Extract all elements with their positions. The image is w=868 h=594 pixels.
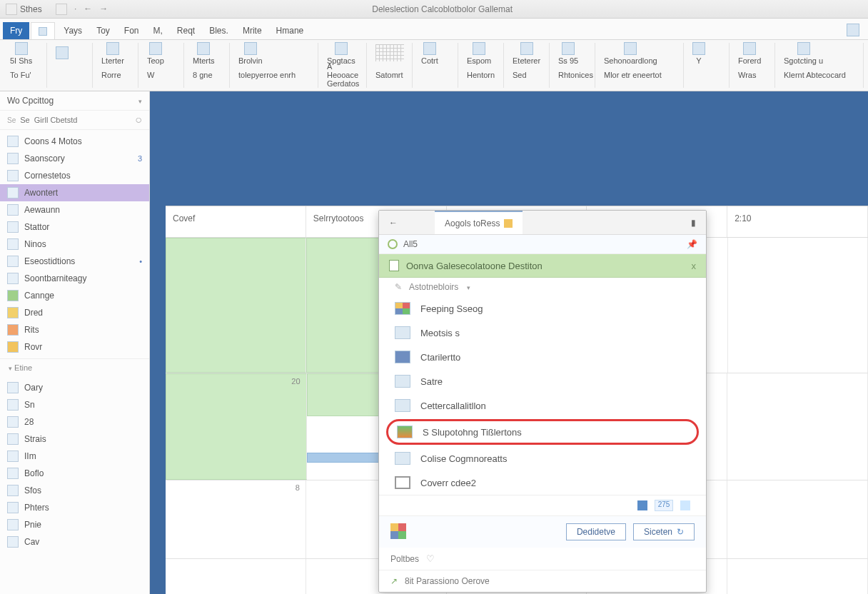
popup-tab-active[interactable]: Aogols toRess — [435, 211, 523, 234]
sidebar-item-Pnie[interactable]: Pnie — [0, 516, 149, 533]
sidebar-item-Cannge[interactable]: Cannge — [0, 287, 149, 304]
sidebar-item-Sfos[interactable]: Sfos — [0, 482, 149, 499]
sidebar-item-IIm[interactable]: IIm — [0, 448, 149, 465]
ribbon-tab-7[interactable]: Hmane — [269, 22, 311, 39]
popup-highlighted-item[interactable]: S Slupotohng Tißlertons — [386, 419, 699, 445]
event-label[interactable] — [311, 563, 316, 566]
sidebar-item-Strais[interactable]: Strais — [0, 431, 149, 448]
quick-btn-1[interactable] — [6, 4, 17, 15]
item-icon — [7, 416, 19, 428]
calendar-cell[interactable] — [166, 238, 306, 373]
sidebar-item-Coons  4 Motos[interactable]: Coons 4 Motos — [0, 133, 149, 150]
popup-item[interactable]: Coverr cdee2 — [379, 470, 706, 495]
ribbon-button[interactable] — [56, 46, 69, 61]
popup-item[interactable]: Cettercallalitllon — [379, 393, 706, 418]
calendar-cell[interactable] — [727, 480, 868, 558]
calendar-cell[interactable]: 20 — [166, 373, 307, 480]
calendar-cell[interactable] — [727, 373, 868, 480]
sidebar-item-Awontert[interactable]: Awontert — [0, 184, 149, 201]
calendar-cell[interactable]: 8 — [166, 480, 306, 558]
ribbon-button[interactable]: Ss 95 — [558, 42, 578, 65]
event-label[interactable] — [171, 472, 176, 475]
popup-item[interactable]: Meotsis s — [379, 321, 706, 345]
calendar-cell[interactable] — [166, 559, 306, 594]
ribbon-icon — [375, 44, 404, 61]
popup-tab-extra[interactable]: ▮ — [681, 211, 706, 234]
sidebar-item-Rovr[interactable]: Rovr — [0, 338, 149, 356]
calendar-cell[interactable] — [728, 238, 868, 373]
sidebar-item-28[interactable]: 28 — [0, 413, 149, 431]
close-icon[interactable]: x — [692, 261, 697, 271]
popup-secondary-button[interactable]: Siceten↻ — [633, 523, 695, 540]
sidebar-search[interactable]: Se ○ — [0, 111, 149, 130]
file-tab[interactable]: Fry — [3, 22, 29, 39]
search-circle-icon[interactable]: ○ — [135, 114, 142, 126]
ribbon-tab-active[interactable] — [31, 22, 55, 39]
sidebar-item-Soontbarniteagy[interactable]: Soontbarniteagy — [0, 270, 149, 287]
popup-item[interactable]: Satre — [379, 369, 706, 393]
sidebar-item-Aewaunn[interactable]: Aewaunn — [0, 201, 149, 218]
nav-square-icon[interactable] — [56, 4, 67, 15]
item-icon — [7, 468, 19, 479]
ribbon-button[interactable]: Mterts — [193, 42, 215, 65]
sidebar-item-Dred[interactable]: Dred — [0, 304, 149, 321]
calendar-header-cell[interactable]: 2:10 — [727, 206, 868, 237]
ribbon-button[interactable]: Espom — [467, 42, 491, 65]
pin-icon[interactable]: 📌 — [687, 239, 697, 249]
popup-item[interactable]: Ctarilertto — [379, 345, 706, 369]
ribbon-tab-5[interactable]: Bles. — [202, 22, 236, 39]
ribbon-button[interactable] — [375, 44, 404, 63]
sidebar-item-Eseostidtions[interactable]: Eseostidtions• — [0, 253, 149, 270]
ribbon-tab-2[interactable]: Fon — [117, 22, 146, 39]
sidebar-item-Phters[interactable]: Phters — [0, 499, 149, 516]
popup-tab-back[interactable]: ← — [379, 211, 408, 234]
ribbon-tab-4[interactable]: Reqt — [170, 22, 202, 39]
sidebar-item-Oary[interactable]: Oary — [0, 379, 149, 396]
popup-green-header[interactable]: Oonva Galesecolatoone Destiton x — [379, 254, 706, 278]
ribbon-right-icon[interactable] — [847, 24, 859, 36]
ribbon-button[interactable]: Eteterer — [513, 42, 540, 65]
sidebar-item-Cav[interactable]: Cav — [0, 533, 149, 550]
calendar-cell[interactable] — [727, 559, 868, 594]
back-arrow-icon: ← — [389, 218, 398, 228]
event-label[interactable] — [311, 485, 316, 488]
ribbon-tab-0[interactable]: Yays — [56, 22, 89, 39]
color-grid-icon[interactable] — [390, 523, 406, 539]
popup-section-1[interactable]: ✎ Astotnebloirs — [379, 278, 706, 296]
calendar-header-cell[interactable]: Covef — [166, 206, 306, 237]
ribbon-label-bottom: Rhtonices — [558, 71, 593, 79]
sidebar-item-Sn[interactable]: Sn — [0, 396, 149, 413]
ribbon-tab-6[interactable]: Mrite — [236, 22, 269, 39]
popup-tab-blank[interactable] — [408, 211, 435, 234]
popup-item[interactable]: Feeping Sseog — [379, 296, 706, 321]
heart-icon[interactable]: ♡ — [426, 553, 435, 564]
ribbon-tab-1[interactable]: Toy — [89, 22, 117, 39]
sidebar-search-input[interactable] — [20, 116, 131, 124]
sidebar-item-Boflo[interactable]: Boflo — [0, 465, 149, 482]
ribbon-button[interactable]: Brolvin — [238, 42, 263, 65]
sidebar-item-Ninos[interactable]: Ninos — [0, 236, 149, 253]
ribbon-icon — [562, 42, 575, 55]
ribbon-button[interactable]: Lterter — [101, 42, 124, 65]
ribbon-button[interactable]: 5I Shs — [10, 42, 32, 65]
ribbon-button[interactable]: Teop — [147, 42, 164, 65]
popup-item[interactable]: Colise Cogmnoreatts — [379, 446, 706, 470]
sidebar-item-Rits[interactable]: Rits — [0, 321, 149, 338]
ribbon-button[interactable]: Forerd — [738, 42, 761, 65]
sidebar-item-Cornestetos[interactable]: Cornestetos — [0, 167, 149, 184]
ribbon-button[interactable]: Cotrt — [421, 42, 438, 65]
sidebar-item-Saonscory[interactable]: Saonscory3 — [0, 150, 149, 167]
ribbon-tab-3[interactable]: M, — [146, 22, 170, 39]
ribbon-button[interactable]: Y — [692, 42, 705, 65]
popup-primary-button[interactable]: Dedidetve — [566, 523, 626, 540]
event-label[interactable] — [170, 563, 176, 566]
forward-icon[interactable]: → — [99, 4, 108, 15]
sidebar-item-Stattor[interactable]: Stattor — [0, 218, 149, 236]
ribbon-label-bottom: Wras — [738, 71, 756, 79]
ribbon-button[interactable]: Sehonoardlong — [604, 42, 657, 65]
quick-label: Sthes — [20, 4, 42, 14]
refresh-icon[interactable] — [388, 239, 398, 249]
ribbon-button[interactable]: Sgotcting u — [784, 42, 823, 65]
back-icon[interactable]: ← — [84, 4, 92, 15]
sidebar-collapse-icon[interactable] — [137, 96, 142, 106]
